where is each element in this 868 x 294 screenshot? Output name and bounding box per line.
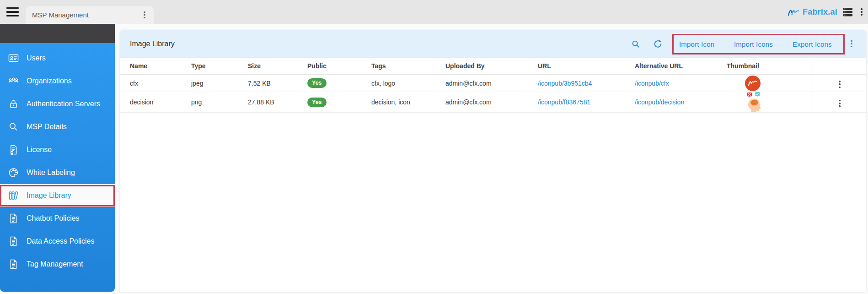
cell-url: /iconpub/f8367581	[538, 92, 635, 113]
url-link[interactable]: /iconpub/3b951cb4	[538, 80, 592, 87]
table-header-row: Name Type Size Public Tags Uploaded By U…	[120, 58, 866, 75]
sidebar-item-chatbot-policies[interactable]: Chatbot Policies	[0, 207, 115, 230]
table-row: cfx jpeg 7.52 KB Yes cfx, logo admin@cfx…	[120, 75, 866, 92]
brand-logo[interactable]: Fabrix.ai	[788, 5, 837, 19]
import-icons-button[interactable]: Import Icons	[734, 40, 773, 48]
browser-tab[interactable]: MSP Management	[26, 6, 154, 24]
column-header-name: Name	[120, 58, 191, 75]
hamburger-menu-icon[interactable]	[6, 7, 19, 16]
column-header-alternative-url: Alternative URL	[635, 58, 727, 75]
certificate-document-icon	[8, 144, 19, 155]
row-kebab-icon[interactable]	[837, 79, 842, 90]
search-icon[interactable]	[631, 39, 640, 49]
sidebar-item-label: Image Library	[27, 191, 71, 200]
public-yes-badge: Yes	[307, 78, 327, 88]
cell-alternative-url: /iconpub/cfx	[635, 75, 727, 92]
cell-public: Yes	[307, 75, 371, 92]
cell-name: decision	[120, 92, 191, 113]
sidebar-item-msp-details[interactable]: MSP Details	[0, 115, 115, 138]
decision-thumbnail	[745, 92, 762, 112]
sidebar: Users Organizations	[0, 24, 115, 292]
tab-title: MSP Management	[32, 11, 142, 19]
import-icon-button[interactable]: Import Icon	[679, 40, 714, 48]
export-icons-button[interactable]: Export Icons	[793, 40, 832, 48]
sidebar-item-license[interactable]: License	[0, 138, 115, 161]
cell-actions	[813, 92, 866, 113]
url-link[interactable]: /iconpub/f8367581	[538, 98, 590, 106]
cell-uploaded-by: admin@cfx.com	[445, 92, 538, 113]
fabrix-logo-icon	[788, 7, 799, 16]
sidebar-item-authentication-servers[interactable]: Authentication Servers	[0, 93, 115, 115]
page-title: Image Library	[130, 40, 175, 48]
alternative-url-link[interactable]: /iconpub/decision	[635, 98, 684, 106]
image-library-panel: Image Library Import Icon Import Icons E…	[120, 30, 866, 292]
books-icon	[8, 190, 19, 201]
sidebar-item-label: White Labeling	[27, 169, 75, 177]
column-header-tags: Tags	[371, 58, 445, 75]
sidebar-item-tag-management[interactable]: Tag Management	[0, 253, 115, 276]
sidebar-item-organizations[interactable]: Organizations	[0, 70, 115, 93]
sidebar-item-label: Users	[27, 54, 46, 62]
cfx-logo-thumbnail	[745, 76, 761, 91]
sidebar-item-label: Data Access Policies	[27, 237, 95, 245]
topbar-kebab-icon[interactable]	[859, 6, 864, 17]
server-list-icon[interactable]	[843, 7, 853, 17]
alternative-url-link[interactable]: /iconpub/cfx	[635, 80, 669, 87]
cell-type: jpeg	[191, 75, 248, 92]
sidebar-item-label: Tag Management	[27, 260, 83, 268]
sidebar-item-image-library[interactable]: Image Library	[0, 184, 115, 207]
tab-kebab-icon[interactable]	[142, 10, 147, 21]
column-header-actions	[813, 58, 866, 75]
id-card-icon	[8, 53, 19, 64]
column-header-url: URL	[538, 58, 635, 75]
cell-thumbnail	[727, 92, 813, 113]
cell-tags: cfx, logo	[371, 75, 445, 92]
cell-tags: decision, icon	[371, 92, 445, 113]
public-yes-badge: Yes	[307, 98, 327, 107]
column-header-thumbnail: Thumbnail	[727, 58, 813, 75]
document-icon	[8, 259, 19, 270]
cell-thumbnail	[727, 75, 813, 92]
column-header-public: Public	[307, 58, 371, 75]
app-window: MSP Management Fabrix.ai	[0, 0, 868, 294]
sidebar-item-data-access-policies[interactable]: Data Access Policies	[0, 230, 115, 253]
palette-icon	[8, 167, 19, 178]
column-header-uploaded-by: Uploaded By	[445, 58, 538, 75]
sidebar-item-label: MSP Details	[27, 123, 67, 131]
image-library-table: Name Type Size Public Tags Uploaded By U…	[120, 57, 866, 113]
browser-top-bar: MSP Management Fabrix.ai	[0, 0, 868, 24]
document-icon	[8, 213, 19, 224]
magnifier-icon	[8, 121, 19, 132]
table-row: decision png 27.88 KB Yes decision, icon…	[120, 92, 866, 113]
sidebar-item-label: License	[27, 146, 52, 154]
sidebar-top-scrim	[0, 24, 115, 43]
column-header-type: Type	[191, 58, 248, 75]
row-kebab-icon[interactable]	[837, 98, 842, 109]
cell-size: 7.52 KB	[248, 75, 307, 92]
sidebar-item-white-labeling[interactable]: White Labeling	[0, 161, 115, 184]
refresh-icon[interactable]	[653, 39, 663, 49]
panel-kebab-icon[interactable]	[849, 38, 854, 49]
lock-icon	[8, 98, 19, 109]
cell-alternative-url: /iconpub/decision	[635, 92, 727, 113]
sidebar-nav: Users Organizations	[0, 47, 115, 276]
cell-uploaded-by: admin@cfx.com	[445, 75, 538, 92]
cell-type: png	[191, 92, 248, 113]
sidebar-item-users[interactable]: Users	[0, 47, 115, 70]
cell-actions	[813, 75, 866, 92]
people-group-icon	[8, 76, 19, 87]
cell-url: /iconpub/3b951cb4	[538, 75, 635, 92]
sidebar-item-label: Chatbot Policies	[27, 214, 80, 223]
panel-header: Image Library Import Icon Import Icons E…	[120, 30, 866, 57]
column-header-size: Size	[248, 58, 307, 75]
cell-size: 27.88 KB	[248, 92, 307, 113]
brand-name: Fabrix.ai	[803, 7, 837, 17]
sidebar-item-label: Authentication Servers	[27, 100, 100, 108]
cell-name: cfx	[120, 75, 191, 92]
sidebar-item-label: Organizations	[27, 77, 72, 85]
document-icon	[8, 236, 19, 247]
cell-public: Yes	[307, 92, 371, 113]
